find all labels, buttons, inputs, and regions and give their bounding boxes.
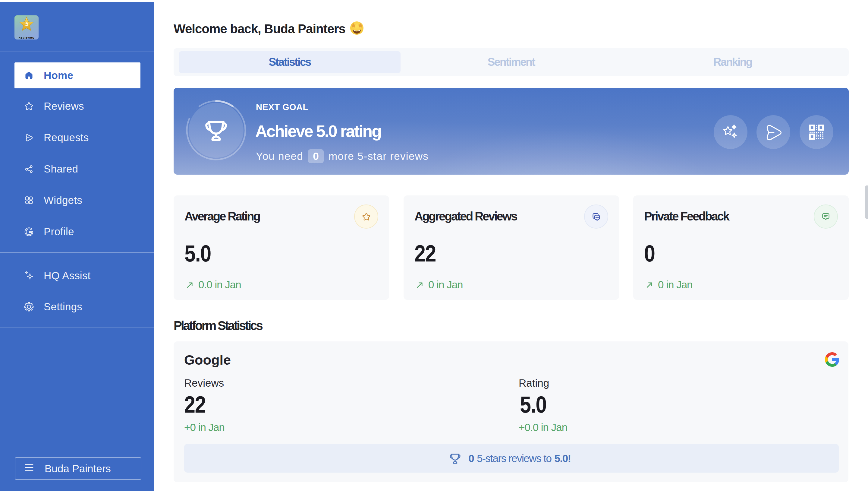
svg-text:5: 5	[25, 21, 29, 27]
svg-text:REVIEWHQ: REVIEWHQ	[19, 36, 35, 39]
